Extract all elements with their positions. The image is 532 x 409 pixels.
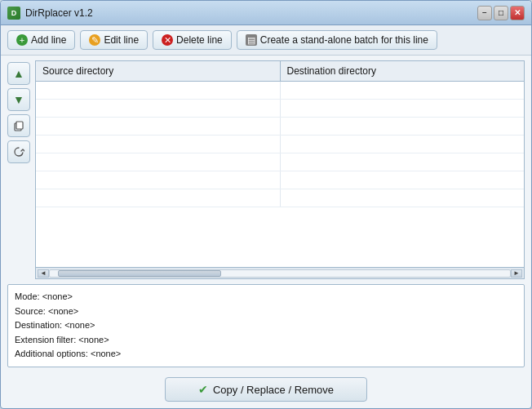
info-panel: Mode: <none> Source: <none> Destination:…: [7, 284, 525, 367]
title-bar-left: D DirRplacer v1.2: [7, 7, 93, 20]
scrollbar-thumb[interactable]: [58, 270, 221, 277]
svg-rect-1: [16, 122, 23, 129]
toolbar: + Add line ✎ Edit line ✕ Delete line ▤ C…: [1, 25, 531, 56]
table-row: [36, 118, 524, 136]
table-row: [36, 171, 524, 189]
checkmark-icon: ✔: [198, 383, 208, 396]
main-window: D DirRplacer v1.2 − □ ✕ + Add line ✎ Edi…: [0, 0, 532, 409]
destination-cell: [281, 118, 525, 135]
scroll-left-button[interactable]: ◄: [38, 269, 49, 278]
copy-replace-remove-button[interactable]: ✔ Copy / Replace / Remove: [165, 377, 367, 402]
scroll-right-button[interactable]: ►: [511, 269, 522, 278]
title-controls: − □ ✕: [477, 6, 525, 20]
copy-button[interactable]: [7, 114, 30, 137]
source-cell: [36, 118, 281, 135]
table-body[interactable]: [36, 82, 524, 267]
source-info: Source: <none>: [15, 305, 517, 319]
table-header: Source directory Destination directory: [36, 61, 524, 82]
edit-icon: ✎: [89, 34, 100, 46]
add-line-label: Add line: [31, 34, 66, 46]
edit-line-label: Edit line: [104, 34, 139, 46]
source-cell: [36, 189, 281, 207]
edit-line-button[interactable]: ✎ Edit line: [80, 30, 148, 50]
source-cell: [36, 171, 281, 189]
source-cell: [36, 82, 281, 99]
action-bar: ✔ Copy / Replace / Remove: [1, 372, 531, 408]
destination-cell: [281, 100, 525, 117]
table-row: [36, 189, 524, 207]
batch-button[interactable]: ▤ Create a stand-alone batch for this li…: [237, 30, 437, 50]
source-column-header: Source directory: [36, 61, 281, 81]
directory-table: Source directory Destination directory: [35, 60, 525, 279]
add-icon: +: [16, 34, 28, 46]
main-content: ▲ ▼ Source directory Destination directo…: [1, 56, 531, 284]
copy-icon: [13, 120, 24, 131]
side-buttons: ▲ ▼: [7, 60, 30, 279]
table-row: [36, 82, 524, 100]
title-bar: D DirRplacer v1.2 − □ ✕: [1, 1, 531, 25]
scrollbar-track: [49, 269, 511, 278]
add-line-button[interactable]: + Add line: [7, 30, 75, 50]
move-up-button[interactable]: ▲: [7, 62, 30, 85]
move-down-button[interactable]: ▼: [7, 88, 30, 111]
app-icon: D: [7, 7, 20, 20]
destination-cell: [281, 136, 525, 153]
mode-info: Mode: <none>: [15, 290, 517, 305]
destination-info: Destination: <none>: [15, 318, 517, 333]
destination-cell: [281, 171, 525, 189]
destination-cell: [281, 153, 525, 171]
action-button-label: Copy / Replace / Remove: [213, 384, 334, 396]
refresh-button[interactable]: [7, 140, 30, 163]
minimize-button[interactable]: −: [477, 6, 492, 20]
table-row: [36, 136, 524, 153]
delete-icon: ✕: [162, 34, 173, 46]
batch-icon: ▤: [246, 34, 257, 46]
source-cell: [36, 100, 281, 117]
destination-cell: [281, 82, 525, 99]
additional-options-info: Additional options: <none>: [15, 347, 517, 362]
delete-line-label: Delete line: [176, 34, 223, 46]
maximize-button[interactable]: □: [494, 6, 508, 20]
destination-cell: [281, 189, 525, 207]
destination-column-header: Destination directory: [281, 61, 525, 81]
window-title: DirRplacer v1.2: [25, 7, 93, 19]
extension-filter-info: Extension filter: <none>: [15, 333, 517, 348]
table-row: [36, 153, 524, 171]
source-cell: [36, 153, 281, 171]
table-row: [36, 100, 524, 118]
delete-line-button[interactable]: ✕ Delete line: [153, 30, 232, 50]
horizontal-scrollbar[interactable]: ◄ ►: [36, 267, 524, 278]
batch-label: Create a stand-alone batch for this line: [260, 34, 428, 46]
close-button[interactable]: ✕: [510, 6, 525, 20]
source-cell: [36, 136, 281, 153]
refresh-icon: [13, 146, 24, 158]
